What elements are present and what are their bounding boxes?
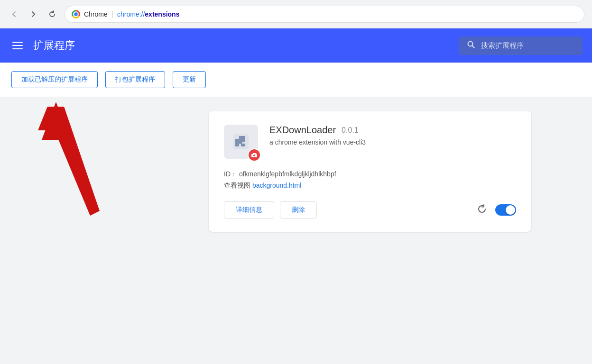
- header-left: 扩展程序: [9, 38, 75, 53]
- address-path: extensions: [145, 10, 179, 18]
- details-button[interactable]: 详细信息: [224, 201, 274, 218]
- svg-marker-3: [38, 107, 100, 216]
- svg-marker-4: [42, 102, 70, 140]
- hamburger-menu[interactable]: [9, 39, 26, 52]
- extension-card: EXDownLoader 0.0.1 a chrome extension wi…: [209, 111, 531, 232]
- extensions-header: 扩展程序 搜索扩展程序: [0, 28, 592, 63]
- address-text: chrome://extensions: [117, 10, 180, 18]
- page-title: 扩展程序: [33, 38, 75, 53]
- camera-icon: [251, 152, 258, 158]
- extension-id-row: ID： ofkmenklgfepbfmlkdgljkljdhlkhbpf: [224, 170, 516, 179]
- back-button[interactable]: [8, 8, 21, 21]
- toggle-track: [495, 204, 516, 216]
- search-placeholder: 搜索扩展程序: [481, 41, 524, 50]
- toggle-thumb: [506, 205, 515, 215]
- search-bar[interactable]: 搜索扩展程序: [459, 36, 583, 55]
- address-bar[interactable]: Chrome | chrome://extensions: [65, 6, 584, 23]
- hamburger-line-1: [12, 42, 23, 43]
- load-unpacked-button[interactable]: 加载已解压的扩展程序: [11, 71, 98, 88]
- search-icon: [467, 40, 475, 51]
- hamburger-line-3: [12, 48, 23, 49]
- extension-version: 0.0.1: [342, 126, 359, 135]
- chrome-icon: [72, 10, 80, 18]
- address-divider: |: [111, 10, 113, 18]
- extension-meta: ID： ofkmenklgfepbfmlkdgljkljdhlkhbpf 查看视…: [224, 170, 516, 190]
- svg-point-6: [253, 155, 255, 156]
- red-arrow-indicator: [28, 102, 123, 244]
- toolbar: 加载已解压的扩展程序 打包扩展程序 更新: [0, 63, 592, 97]
- puzzle-icon: [231, 132, 250, 151]
- right-controls: [475, 202, 516, 218]
- extension-info: EXDownLoader 0.0.1 a chrome extension wi…: [269, 125, 516, 146]
- main-content: EXDownLoader 0.0.1 a chrome extension wi…: [0, 97, 592, 364]
- extension-description: a chrome extension with vue-cli3: [269, 138, 516, 146]
- camera-badge: [248, 148, 261, 162]
- card-top: EXDownLoader 0.0.1 a chrome extension wi…: [224, 125, 516, 159]
- view-label: 查看视图: [224, 182, 250, 189]
- delete-button[interactable]: 删除: [280, 201, 317, 218]
- browser-chrome: Chrome | chrome://extensions: [0, 0, 592, 28]
- address-protocol: chrome://: [117, 10, 145, 18]
- reload-extension-button[interactable]: [475, 202, 489, 218]
- extension-actions: 详细信息 删除: [224, 201, 317, 218]
- update-button[interactable]: 更新: [173, 71, 206, 88]
- card-bottom: 详细信息 删除: [224, 201, 516, 218]
- name-row: EXDownLoader 0.0.1: [269, 125, 516, 136]
- chrome-label: Chrome: [84, 10, 108, 18]
- forward-button[interactable]: [27, 8, 40, 21]
- enabled-toggle[interactable]: [495, 204, 516, 216]
- extension-id-value: ofkmenklgfepbfmlkdgljkljdhlkhbpf: [239, 170, 336, 178]
- pack-extension-button[interactable]: 打包扩展程序: [105, 71, 165, 88]
- view-row: 查看视图 background.html: [224, 182, 516, 190]
- extension-icon-wrapper: [224, 125, 258, 159]
- reload-page-button[interactable]: [46, 8, 59, 21]
- background-html-link[interactable]: background.html: [252, 182, 302, 189]
- id-label: ID：: [224, 170, 237, 178]
- extension-name: EXDownLoader: [269, 125, 336, 136]
- hamburger-line-2: [12, 45, 23, 46]
- svg-line-1: [472, 46, 475, 48]
- reload-icon: [477, 204, 487, 214]
